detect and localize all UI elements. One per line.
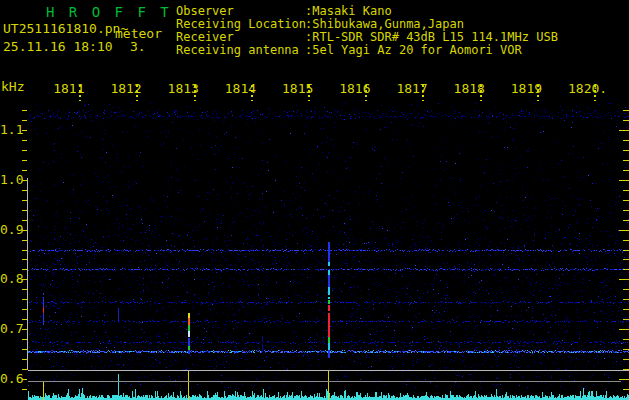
- y-axis-tick-mark: [22, 359, 27, 360]
- y-axis-tick-label: 1.0: [0, 172, 23, 187]
- y-axis-tick-mark-right: [619, 130, 629, 131]
- y-axis-tick-mark: [22, 319, 27, 320]
- spectrogram-canvas: [28, 103, 629, 370]
- y-axis-tick-mark-right: [619, 329, 629, 330]
- y-axis-tick-mark-right: [623, 309, 629, 310]
- y-axis-tick-mark: [22, 349, 27, 350]
- y-axis-tick-mark-right: [619, 180, 629, 181]
- y-axis-tick-mark: [22, 210, 27, 211]
- info-label: Receiver: [176, 30, 234, 44]
- capture-datetime: 25.11.16 18:10: [3, 39, 113, 54]
- x-axis-tick-label: 1820.: [568, 81, 607, 96]
- y-axis-tick-mark-right: [623, 110, 629, 111]
- y-axis-tick-mark-right: [623, 289, 629, 290]
- y-axis-tick-mark: [22, 389, 27, 390]
- y-axis-tick-mark: [22, 150, 27, 151]
- info-label: Receiving antenna: [176, 43, 299, 57]
- y-axis-tick-mark: [22, 299, 27, 300]
- y-axis-tick-mark-right: [619, 230, 629, 231]
- x-axis-tick-mark: [422, 85, 424, 101]
- capture-filename: UT2511161810.pn~: [3, 21, 128, 36]
- y-axis-tick-mark-right: [623, 359, 629, 360]
- x-axis-tick-mark: [480, 85, 482, 101]
- info-value: :Masaki Kano: [305, 4, 392, 18]
- y-axis-tick-mark-right: [623, 369, 629, 370]
- y-axis-tick-mark: [22, 379, 27, 380]
- info-value: :Shibukawa,Gunma,Japan: [305, 17, 464, 31]
- plot-left-border: [27, 178, 28, 370]
- y-axis-tick-mark: [22, 339, 27, 340]
- y-axis-tick-mark-right: [623, 259, 629, 260]
- y-axis-tick-mark-right: [623, 120, 629, 121]
- hrofft-window: H R O F F T UT2511161810.pn~ meteor 25.1…: [0, 0, 629, 400]
- y-axis-tick-mark: [22, 240, 27, 241]
- y-axis-tick-mark-right: [623, 210, 629, 211]
- y-axis-tick-label: 0.7: [0, 321, 23, 336]
- y-axis-tick-mark-right: [623, 160, 629, 161]
- y-axis-tick-mark-right: [623, 299, 629, 300]
- x-axis-tick-mark: [365, 85, 367, 101]
- y-axis-tick-mark: [22, 200, 27, 201]
- y-axis-tick-mark: [22, 309, 27, 310]
- y-axis-tick-mark: [22, 279, 27, 280]
- y-axis-tick-mark: [22, 220, 27, 221]
- y-axis-tick-label: 0.9: [0, 222, 23, 237]
- y-axis-tick-mark: [22, 180, 27, 181]
- y-axis-tick-mark: [22, 289, 27, 290]
- y-axis-tick-mark-right: [623, 240, 629, 241]
- y-axis-tick-mark-right: [619, 379, 629, 380]
- y-axis-tick-mark-right: [623, 190, 629, 191]
- y-axis-tick-label: 0.6: [0, 371, 23, 386]
- app-title: H R O F F T: [46, 4, 172, 20]
- y-axis-tick-mark: [22, 250, 27, 251]
- y-axis-tick-mark-right: [623, 150, 629, 151]
- x-axis-tick-mark: [251, 85, 253, 101]
- y-axis-tick-mark-right: [623, 319, 629, 320]
- y-axis-tick-mark: [22, 269, 27, 270]
- y-axis-tick-mark: [22, 170, 27, 171]
- y-axis-tick-mark-right: [623, 140, 629, 141]
- y-axis-tick-mark: [22, 130, 27, 131]
- y-axis-tick-mark: [22, 259, 27, 260]
- y-axis-tick-mark: [22, 160, 27, 161]
- x-axis-tick-mark: [537, 85, 539, 101]
- y-axis-tick-mark-right: [623, 389, 629, 390]
- info-label: Receiving Location: [176, 17, 306, 31]
- y-axis-tick-mark-right: [623, 269, 629, 270]
- x-axis-tick-mark: [136, 85, 138, 101]
- info-value: :5el Yagi Az 20 for Aomori VOR: [305, 43, 522, 57]
- y-axis-tick-mark-right: [623, 170, 629, 171]
- y-axis-tick-mark-right: [623, 200, 629, 201]
- y-axis-tick-mark-right: [623, 349, 629, 350]
- y-axis-tick-mark: [22, 110, 27, 111]
- x-axis-tick-mark: [308, 85, 310, 101]
- info-value: :RTL-SDR SDR# 43dB L15 114.1MHz USB: [305, 30, 558, 44]
- y-axis-tick-mark: [22, 140, 27, 141]
- y-axis-tick-label: 0.8: [0, 271, 23, 286]
- x-axis-tick-mark: [79, 85, 81, 101]
- y-axis-tick-mark: [22, 120, 27, 121]
- y-axis-tick-mark: [22, 230, 27, 231]
- x-axis-tick-mark: [594, 85, 596, 101]
- x-axis-tick-mark: [194, 85, 196, 101]
- activity-strip-canvas: [28, 371, 629, 400]
- plot-bottom-border: [28, 370, 629, 371]
- echo-counter: 3.: [130, 39, 146, 54]
- y-axis-tick-label: 1.1: [0, 122, 23, 137]
- y-axis-unit-label: kHz: [1, 79, 24, 94]
- y-axis-tick-mark-right: [619, 279, 629, 280]
- y-axis-tick-mark-right: [623, 250, 629, 251]
- y-axis-tick-mark: [22, 329, 27, 330]
- strip-divider-line: [28, 381, 621, 382]
- y-axis-tick-mark-right: [623, 339, 629, 340]
- y-axis-tick-mark-right: [623, 220, 629, 221]
- info-label: Observer: [176, 4, 234, 18]
- y-axis-tick-mark: [22, 369, 27, 370]
- y-axis-tick-mark: [22, 190, 27, 191]
